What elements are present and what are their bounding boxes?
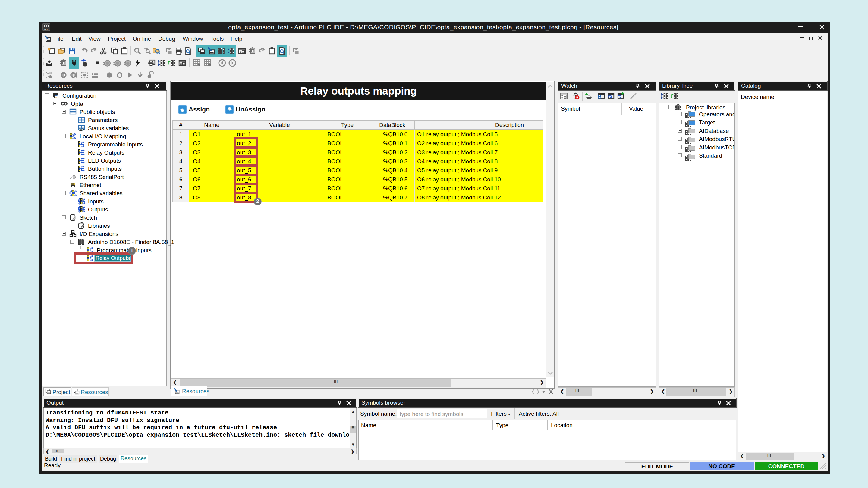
svg-text:PLC: PLC <box>44 28 49 30</box>
